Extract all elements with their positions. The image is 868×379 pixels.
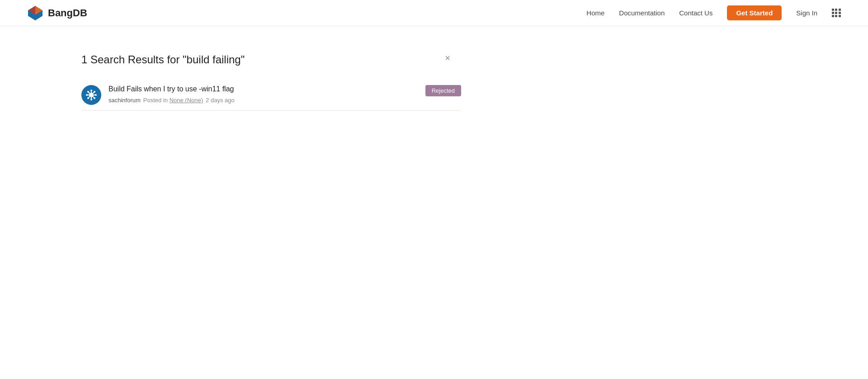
grid-dot-1 <box>832 9 834 11</box>
grid-dot-7 <box>832 15 834 17</box>
svg-point-14 <box>95 94 97 96</box>
svg-point-17 <box>94 91 95 93</box>
result-actions: Rejected <box>425 85 461 96</box>
sign-in-link[interactable]: Sign In <box>796 9 817 17</box>
nav-contact-us[interactable]: Contact Us <box>679 9 712 17</box>
get-started-button[interactable]: Get Started <box>727 5 782 20</box>
svg-point-11 <box>90 90 92 91</box>
close-search-button[interactable]: × <box>443 53 452 62</box>
result-author: sachinforum <box>108 97 141 104</box>
grid-dot-4 <box>832 12 834 14</box>
svg-point-18 <box>87 97 89 99</box>
result-posted-label: Posted in <box>143 97 168 104</box>
search-results-header: 1 Search Results for "build failing" × <box>81 53 461 66</box>
results-list: Build Fails when I try to use -win11 fla… <box>81 80 461 111</box>
result-time: 2 days ago <box>206 97 235 104</box>
logo-link[interactable]: BangDB <box>27 5 87 21</box>
table-row: Build Fails when I try to use -win11 fla… <box>81 80 461 111</box>
svg-point-15 <box>87 91 89 93</box>
result-title[interactable]: Build Fails when I try to use -win11 fla… <box>108 85 418 93</box>
grid-dot-9 <box>839 15 841 17</box>
nav-documentation[interactable]: Documentation <box>619 9 665 17</box>
main-content: 1 Search Results for "build failing" × <box>0 26 542 138</box>
svg-point-12 <box>90 99 92 100</box>
avatar <box>81 85 101 105</box>
apps-grid-icon[interactable] <box>832 9 841 18</box>
grid-dot-3 <box>839 9 841 11</box>
search-results-title: 1 Search Results for "build failing" <box>81 53 245 66</box>
result-category[interactable]: None (None) <box>170 97 203 104</box>
svg-point-16 <box>94 97 95 99</box>
logo-text: BangDB <box>48 7 87 19</box>
result-content: Build Fails when I try to use -win11 fla… <box>108 85 418 104</box>
svg-point-13 <box>86 94 88 96</box>
bangdb-logo-icon <box>27 5 43 21</box>
user-avatar-icon <box>83 87 99 103</box>
site-header: BangDB Home Documentation Contact Us Get… <box>0 0 868 26</box>
result-meta: sachinforum Posted in None (None) 2 days… <box>108 97 418 104</box>
main-nav: Home Documentation Contact Us Get Starte… <box>586 5 841 20</box>
nav-home[interactable]: Home <box>586 9 604 17</box>
grid-dot-8 <box>835 15 837 17</box>
status-badge: Rejected <box>425 85 461 96</box>
grid-dot-6 <box>839 12 841 14</box>
grid-dot-5 <box>835 12 837 14</box>
grid-dot-2 <box>835 9 837 11</box>
